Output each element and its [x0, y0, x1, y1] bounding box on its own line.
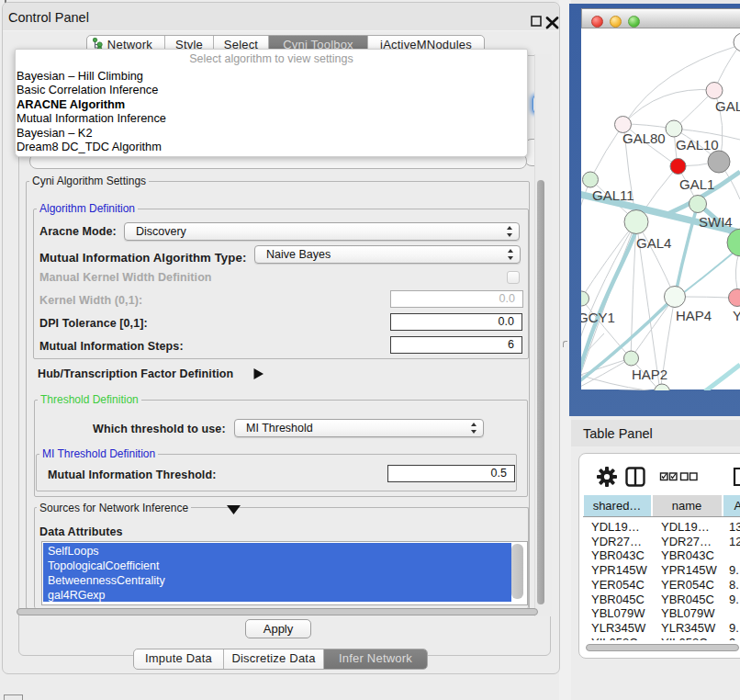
svg-text:GAL4: GAL4: [636, 235, 671, 251]
svg-text:GAL11: GAL11: [592, 187, 634, 203]
svg-text:GAL7: GAL7: [715, 98, 740, 114]
svg-text:GCY1: GCY1: [581, 310, 615, 325]
svg-text:GAL80: GAL80: [622, 130, 666, 146]
svg-text:SWI4: SWI4: [699, 214, 733, 230]
svg-text:YJ: YJ: [733, 308, 740, 323]
svg-text:GAL1: GAL1: [679, 176, 714, 192]
svg-text:GAL10: GAL10: [676, 137, 719, 152]
svg-text:HAP2: HAP2: [632, 367, 667, 382]
svg-text:HAP4: HAP4: [676, 308, 712, 323]
